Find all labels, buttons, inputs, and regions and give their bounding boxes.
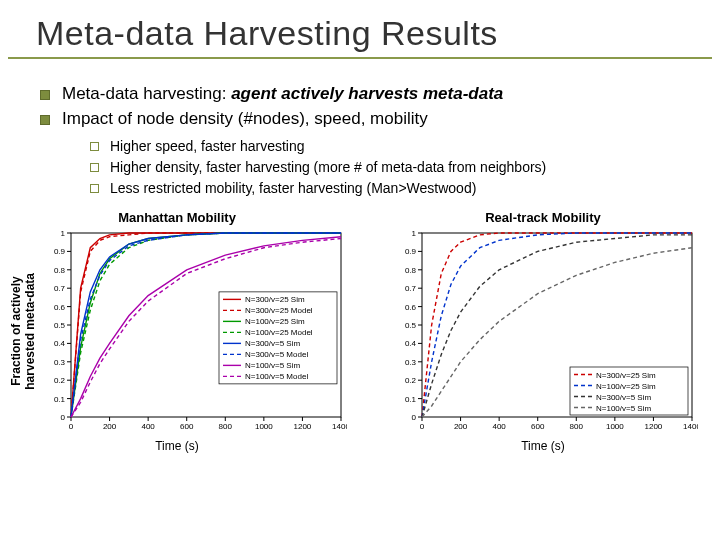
svg-text:0.8: 0.8 — [54, 265, 66, 274]
x-axis-label-left: Time (s) — [155, 439, 199, 453]
svg-text:1000: 1000 — [606, 422, 624, 431]
svg-text:400: 400 — [142, 422, 156, 431]
charts-row: Manhattan Mobility Fraction of activelyh… — [10, 210, 710, 453]
svg-text:200: 200 — [454, 422, 468, 431]
svg-text:N=100/v=25 Model: N=100/v=25 Model — [245, 328, 313, 337]
svg-text:N=300/v=5 Sim: N=300/v=5 Sim — [596, 392, 651, 401]
svg-text:0.6: 0.6 — [405, 302, 417, 311]
svg-text:0.6: 0.6 — [54, 302, 66, 311]
svg-text:0.1: 0.1 — [54, 394, 66, 403]
svg-text:1: 1 — [412, 229, 417, 238]
svg-text:0.4: 0.4 — [54, 339, 66, 348]
svg-text:1200: 1200 — [645, 422, 663, 431]
chart-right-title: Real-track Mobility — [485, 210, 601, 225]
subbullet-mobility: Less restricted mobility, faster harvest… — [90, 179, 704, 198]
svg-text:N=100/v=25 Sim: N=100/v=25 Sim — [596, 381, 656, 390]
bullet-1-lead: Meta-data harvesting: — [62, 84, 231, 103]
bullet-2-text: Impact of node density (#nodes), speed, … — [62, 109, 428, 128]
svg-text:N=300/v=5 Sim: N=300/v=5 Sim — [245, 339, 300, 348]
svg-text:N=300/v=25 Sim: N=300/v=25 Sim — [245, 295, 305, 304]
bullet-harvesting: Meta-data harvesting: agent actively har… — [40, 83, 704, 106]
svg-text:1400: 1400 — [332, 422, 347, 431]
slide-title: Meta-data Harvesting Results — [0, 0, 720, 57]
svg-text:0.4: 0.4 — [405, 339, 417, 348]
svg-text:N=100/v=5 Sim: N=100/v=5 Sim — [596, 403, 651, 412]
svg-text:1: 1 — [61, 229, 66, 238]
svg-text:0.2: 0.2 — [54, 376, 66, 385]
svg-text:N=300/v=25 Model: N=300/v=25 Model — [245, 306, 313, 315]
svg-text:N=100/v=25 Sim: N=100/v=25 Sim — [245, 317, 305, 326]
y-axis-label-left: Fraction of activelyharvested meta-data — [7, 273, 38, 390]
x-axis-label-right: Time (s) — [521, 439, 565, 453]
svg-text:1000: 1000 — [255, 422, 273, 431]
svg-text:0.3: 0.3 — [405, 357, 417, 366]
svg-text:0.7: 0.7 — [405, 284, 417, 293]
svg-text:0.1: 0.1 — [405, 394, 417, 403]
svg-text:0: 0 — [412, 413, 417, 422]
bullet-impact: Impact of node density (#nodes), speed, … — [40, 108, 704, 198]
svg-text:0.9: 0.9 — [54, 247, 66, 256]
svg-text:600: 600 — [180, 422, 194, 431]
chart-realtrack: 020040060080010001200140000.10.20.30.40.… — [388, 227, 698, 437]
svg-text:0: 0 — [420, 422, 425, 431]
chart-manhattan: 020040060080010001200140000.10.20.30.40.… — [37, 227, 347, 437]
chart-right-col: Real-track Mobility 02004006008001000120… — [376, 210, 710, 453]
svg-text:1400: 1400 — [683, 422, 698, 431]
svg-text:0: 0 — [69, 422, 74, 431]
subbullet-speed: Higher speed, faster harvesting — [90, 137, 704, 156]
body-content: Meta-data harvesting: agent actively har… — [0, 59, 720, 198]
svg-text:400: 400 — [492, 422, 506, 431]
svg-text:600: 600 — [531, 422, 545, 431]
svg-text:0.8: 0.8 — [405, 265, 417, 274]
svg-text:N=100/v=5 Model: N=100/v=5 Model — [245, 372, 308, 381]
svg-text:0.5: 0.5 — [54, 321, 66, 330]
svg-text:0.5: 0.5 — [405, 321, 417, 330]
chart-left-col: Manhattan Mobility Fraction of activelyh… — [10, 210, 344, 453]
subbullet-density: Higher density, faster harvesting (more … — [90, 158, 704, 177]
bullet-1-emph: agent actively harvests meta-data — [231, 84, 503, 103]
slide: Meta-data Harvesting Results Meta-data h… — [0, 0, 720, 540]
svg-text:N=300/v=25 Sim: N=300/v=25 Sim — [596, 370, 656, 379]
svg-text:0: 0 — [61, 413, 66, 422]
chart-left-title: Manhattan Mobility — [118, 210, 236, 225]
svg-text:200: 200 — [103, 422, 117, 431]
svg-text:800: 800 — [570, 422, 584, 431]
svg-text:0.3: 0.3 — [54, 357, 66, 366]
svg-text:N=300/v=5 Model: N=300/v=5 Model — [245, 350, 308, 359]
svg-text:1200: 1200 — [294, 422, 312, 431]
svg-text:0.9: 0.9 — [405, 247, 417, 256]
svg-text:0.7: 0.7 — [54, 284, 66, 293]
svg-text:N=100/v=5 Sim: N=100/v=5 Sim — [245, 361, 300, 370]
svg-text:0.2: 0.2 — [405, 376, 417, 385]
svg-text:800: 800 — [219, 422, 233, 431]
